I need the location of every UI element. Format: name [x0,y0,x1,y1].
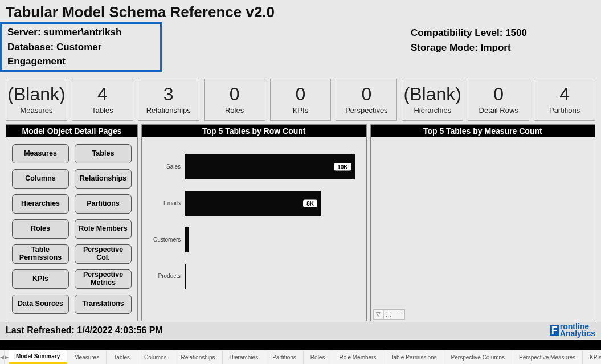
nav-btn-hierarchies[interactable]: Hierarchies [12,194,69,214]
nav-btn-role-members[interactable]: Role Members [75,219,132,239]
nav-btn-perspective-col-[interactable]: Perspective Col. [75,244,132,264]
metric-value: 0 [272,84,330,105]
footer-row: Last Refreshed: 1/4/2022 4:03:56 PM F ro… [0,322,601,339]
tab-relationships[interactable]: Relationships [174,350,223,364]
nav-btn-table-permissions[interactable]: Table Permissions [12,244,69,264]
tab-roles[interactable]: Roles [304,350,333,364]
nav-btn-tables[interactable]: Tables [75,144,132,163]
nav-btn-roles[interactable]: Roles [12,219,69,239]
bar[interactable]: 10K [185,154,355,179]
bar-wrap: 10K [185,154,355,179]
server-label: Server: summer\antriksh [7,25,156,40]
metric-card-roles[interactable]: 0Roles [204,79,265,121]
metric-card-tables[interactable]: 4Tables [72,79,133,121]
more-icon[interactable]: ⋯ [394,310,404,319]
metric-card-perspectives[interactable]: 0Perspectives [336,79,397,121]
storage-mode: Storage Mode: Import [411,40,527,55]
metric-card-relationships[interactable]: 3Relationships [138,79,199,121]
bar-category-label: Products [153,273,185,279]
bar-row: Emails8K [153,185,355,222]
filter-icon[interactable]: ▽ [374,310,384,319]
bar[interactable] [185,227,189,252]
tab-perspective-columns[interactable]: Perspective Columns [444,350,512,364]
metric-card-hierarchies[interactable]: (Blank)Hierarchies [402,79,463,121]
nav-btn-relationships[interactable]: Relationships [75,169,132,189]
bar-wrap: 8K [185,191,355,216]
panel-header-left: Model Object Detail Pages [6,125,137,137]
metric-card-kpis[interactable]: 0KPIs [270,79,332,121]
bar-row: Customers [153,222,355,258]
metric-value: 4 [73,84,132,105]
metric-value: 0 [337,84,395,105]
metric-card-partitions[interactable]: 4Partitions [534,79,595,121]
bar-wrap [185,264,355,289]
metric-label: Relationships [140,106,198,114]
metric-label: Roles [206,106,264,114]
metric-value: (Blank) [403,84,461,105]
tab-tables[interactable]: Tables [107,350,137,364]
tab-model-summary[interactable]: Model Summary [9,350,67,364]
metric-value: 3 [140,84,198,105]
metric-value: 0 [469,84,528,105]
metric-value: 4 [535,84,594,105]
model-props: Compatibility Level: 1500 Storage Mode: … [411,22,595,72]
frontline-logo: F rontline Analytics [550,324,595,337]
nav-btn-perspective-metrics[interactable]: Perspective Metrics [75,269,132,289]
compat-level: Compatibility Level: 1500 [411,26,527,40]
metric-label: Perspectives [337,106,395,114]
nav-btn-data-sources[interactable]: Data Sources [12,295,69,314]
bar-category-label: Customers [153,236,185,243]
logo-bottom: Analytics [560,329,595,338]
metric-label: Detail Rows [469,106,528,114]
bar-wrap [185,227,355,252]
nav-btn-translations[interactable]: Translations [75,295,132,314]
bar-value-label: 8K [303,199,317,207]
database-label: Database: Customer Engagement [7,40,156,69]
tab-kpis[interactable]: KPIs [583,350,601,364]
panel-header-right: Top 5 Tables by Measure Count [371,125,595,137]
panel-detail-pages: Model Object Detail Pages MeasuresTables… [6,124,138,321]
metric-value: (Blank) [7,84,66,105]
bar[interactable] [185,264,186,289]
bar-category-label: Emails [153,200,185,206]
metric-label: Tables [73,106,132,114]
metric-label: Hierarchies [403,106,461,114]
tab-perspective-measures[interactable]: Perspective Measures [512,350,583,364]
nav-btn-partitions[interactable]: Partitions [75,194,132,214]
bar[interactable]: 8K [185,191,321,216]
nav-btn-measures[interactable]: Measures [12,144,69,163]
info-row: Server: summer\antriksh Database: Custom… [0,21,601,75]
tab-scroll-left-icon[interactable]: ◀ [0,350,5,364]
last-refreshed: Last Refreshed: 1/4/2022 4:03:56 PM [6,325,163,336]
bar-row: Products [153,258,355,295]
tab-measures[interactable]: Measures [67,350,107,364]
metric-card-detail-rows[interactable]: 0Detail Rows [468,79,529,121]
metric-label: KPIs [272,106,330,114]
black-bar [0,340,601,350]
bar-row: Sales10K [153,149,355,185]
server-db-box: Server: summer\antriksh Database: Custom… [0,22,162,72]
visual-toolbar: ▽ ⛶ ⋯ [373,309,405,320]
panel-header-mid: Top 5 Tables by Row Count [142,125,366,137]
tab-partitions[interactable]: Partitions [265,350,304,364]
metric-card-measures[interactable]: (Blank)Measures [6,79,67,121]
bar-value-label: 10K [334,163,351,170]
metric-label: Measures [7,106,66,114]
panel-top-tables-rows: Top 5 Tables by Row Count Sales10KEmails… [141,124,367,321]
focus-icon[interactable]: ⛶ [384,310,394,319]
tab-scroll-right-icon[interactable]: ▶ [5,350,9,364]
metric-label: Partitions [535,106,594,114]
metric-value: 0 [206,84,264,105]
nav-btn-kpis[interactable]: KPIs [12,269,69,289]
tab-hierarchies[interactable]: Hierarchies [223,350,266,364]
tab-columns[interactable]: Columns [137,350,174,364]
tabs-row: ◀ ▶ Model SummaryMeasuresTablesColumnsRe… [0,350,601,364]
tab-table-permissions[interactable]: Table Permissions [383,350,444,364]
bar-category-label: Sales [153,163,185,170]
metrics-row: (Blank)Measures4Tables3Relationships0Rol… [0,75,601,124]
panel-top-tables-measures: Top 5 Tables by Measure Count ▽ ⛶ ⋯ [370,124,596,321]
nav-btn-columns[interactable]: Columns [12,169,69,189]
tab-role-members[interactable]: Role Members [332,350,383,364]
page-title: Tabular Model Schema Reference v2.0 [6,3,595,21]
bar-chart: Sales10KEmails8KCustomersProducts [142,137,366,308]
